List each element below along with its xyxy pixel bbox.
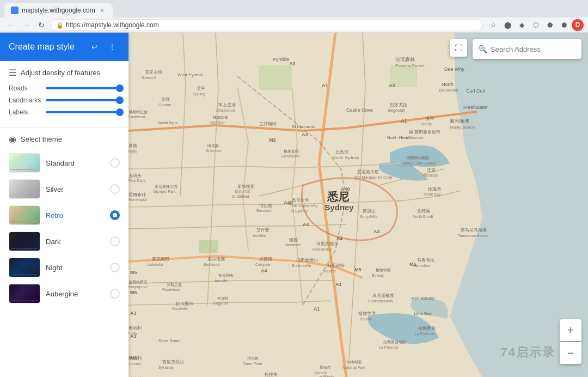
more-options-button[interactable]: ⋮ xyxy=(105,39,120,54)
main-layout: Create map style ↩ ⋮ ☰ Adjust density of… xyxy=(0,33,588,377)
svg-text:Tamarama Beach: Tamarama Beach xyxy=(458,234,488,238)
theme-thumbnail-silver xyxy=(9,179,40,199)
svg-text:Castle Cove: Castle Cove xyxy=(346,107,373,113)
landmarks-slider-thumb[interactable] xyxy=(116,96,124,104)
svg-text:金斯格罗夫: 金斯格罗夫 xyxy=(128,280,148,284)
sidebar-title: Create map style xyxy=(9,42,75,52)
labels-slider-track[interactable] xyxy=(46,111,120,113)
svg-text:悉尼港大桥: 悉尼港大桥 xyxy=(357,169,379,174)
theme-section-header: ◉ Select theme xyxy=(9,134,120,144)
profile-button[interactable]: D xyxy=(572,19,584,31)
labels-label: Labels xyxy=(9,108,41,116)
theme-radio-aubergine[interactable] xyxy=(110,289,120,299)
zoom-out-button[interactable]: − xyxy=(560,342,581,364)
density-section-header: ☰ Adjust density of features xyxy=(9,68,120,78)
svg-text:悉尼奥林匹克: 悉尼奥林匹克 xyxy=(154,185,177,188)
theme-item-dark[interactable]: Dark xyxy=(9,229,120,253)
search-input[interactable] xyxy=(491,45,582,53)
address-bar[interactable]: 🔒 https://mapstyle.withgoogle.com xyxy=(50,19,482,31)
map-area[interactable]: 悉尼 Sydney Pymble 法语森林 Frenchs Forest Dee… xyxy=(128,33,588,377)
theme-item-silver[interactable]: Silver xyxy=(9,177,120,201)
svg-text:安克利夫: 安克利夫 xyxy=(218,273,234,277)
svg-text:艾平: 艾平 xyxy=(197,86,205,91)
svg-text:Vaucluse: Vaucluse xyxy=(422,173,438,177)
svg-text:Gordon: Gordon xyxy=(158,103,171,107)
theme-thumbnail-standard xyxy=(9,153,40,173)
svg-text:M6: M6 xyxy=(130,355,137,361)
extension-button-5[interactable]: ⬢ xyxy=(558,19,571,32)
svg-text:好市围市: 好市围市 xyxy=(176,301,193,306)
svg-text:Chatswood: Chatswood xyxy=(216,108,235,112)
svg-text:Roselands: Roselands xyxy=(162,288,181,291)
svg-text:Balgowlah: Balgowlah xyxy=(388,108,405,113)
svg-text:马鲁布拉: 马鲁布拉 xyxy=(417,258,434,263)
svg-text:Sans Souci: Sans Souci xyxy=(158,338,181,343)
extension-button-2[interactable]: ◆ xyxy=(515,19,528,32)
theme-item-aubergine[interactable]: Aubergine xyxy=(9,282,120,306)
svg-text:植物学区: 植物学区 xyxy=(376,268,391,272)
theme-item-standard[interactable]: Standard xyxy=(9,151,120,175)
theme-radio-retro[interactable] xyxy=(110,210,120,220)
theme-name-night: Night xyxy=(46,264,105,272)
labels-slider-thumb[interactable] xyxy=(116,108,124,116)
theme-radio-standard[interactable] xyxy=(110,158,120,168)
browser-toolbar: ← → ↻ 🔒 https://mapstyle.withgoogle.com … xyxy=(0,17,588,33)
forward-button[interactable]: → xyxy=(20,19,33,32)
svg-text:Botany: Botany xyxy=(360,317,372,321)
svg-text:莱德: 莱德 xyxy=(128,143,137,148)
svg-text:Burwood: Burwood xyxy=(256,209,272,212)
theme-radio-dark[interactable] xyxy=(110,236,120,246)
svg-text:Gladesville: Gladesville xyxy=(281,154,299,158)
svg-text:Five Dock: Five Dock xyxy=(128,179,146,183)
search-icon: 🔍 xyxy=(478,45,487,53)
theme-thumbnail-retro xyxy=(9,205,40,225)
svg-text:Dee Why: Dee Why xyxy=(444,66,465,72)
roads-slider-fill xyxy=(46,87,120,89)
roads-slider-track[interactable] xyxy=(46,87,120,89)
bookmark-button[interactable]: ☆ xyxy=(487,19,500,32)
svg-text:A1: A1 xyxy=(322,83,328,88)
roads-slider-thumb[interactable] xyxy=(116,84,124,92)
fullscreen-button[interactable]: ⛶ xyxy=(450,39,467,57)
theme-thumbnail-night xyxy=(9,258,40,277)
svg-text:Kogarah: Kogarah xyxy=(213,301,228,306)
search-bar[interactable]: 🔍 xyxy=(473,39,581,59)
theme-item-night[interactable]: Night xyxy=(9,256,120,279)
svg-text:玫瑰湾: 玫瑰湾 xyxy=(428,187,441,192)
refresh-button[interactable]: ↻ xyxy=(35,19,48,32)
svg-text:西里万贝尔: 西里万贝尔 xyxy=(162,360,184,364)
theme-radio-night[interactable] xyxy=(110,263,120,272)
svg-text:兰开斯特: 兰开斯特 xyxy=(259,121,277,126)
svg-rect-2 xyxy=(199,240,218,253)
active-tab[interactable]: mapstyle.withgoogle.com × xyxy=(4,3,113,17)
zoom-in-button[interactable]: + xyxy=(560,319,581,341)
zoom-out-icon: − xyxy=(567,347,574,360)
theme-item-retro[interactable]: Retro xyxy=(9,203,120,227)
theme-thumbnail-aubergine xyxy=(9,284,40,303)
zoom-in-icon: + xyxy=(567,324,574,337)
svg-text:Sylvania: Sylvania xyxy=(158,366,173,370)
svg-text:M5: M5 xyxy=(130,290,137,295)
landmarks-slider-track[interactable] xyxy=(46,99,120,101)
theme-radio-silver[interactable] xyxy=(110,184,120,194)
svg-text:苏里山: 苏里山 xyxy=(363,209,376,214)
svg-text:M5: M5 xyxy=(130,270,137,275)
extension-button-1[interactable]: ⬤ xyxy=(501,19,514,32)
extension-button-3[interactable]: ⬡ xyxy=(529,19,542,32)
svg-text:阿塔蒙: 阿塔蒙 xyxy=(207,144,219,148)
svg-text:林德菲德: 林德菲德 xyxy=(212,115,228,119)
svg-text:厄斯金维尔: 厄斯金维尔 xyxy=(296,258,318,263)
svg-text:Freshwater: Freshwater xyxy=(463,105,488,110)
svg-text:罗斯兰兹: 罗斯兰兹 xyxy=(167,283,182,287)
extension-button-4[interactable]: ⬟ xyxy=(543,19,556,32)
svg-text:拉佩鲁兹: 拉佩鲁兹 xyxy=(418,326,436,331)
landmarks-slider-row: Landmarks xyxy=(9,96,120,104)
back-button[interactable]: ← xyxy=(4,19,17,32)
undo-button[interactable]: ↩ xyxy=(87,39,102,54)
svg-text:北邦迪: 北邦迪 xyxy=(417,209,430,214)
svg-text:Curl Curl: Curl Curl xyxy=(466,88,486,94)
tab-title: mapstyle.withgoogle.com xyxy=(22,7,95,14)
svg-text:Kingsgrove: Kingsgrove xyxy=(128,285,148,289)
tab-close-button[interactable]: × xyxy=(99,7,106,14)
svg-text:Olympic Park: Olympic Park xyxy=(153,190,176,194)
